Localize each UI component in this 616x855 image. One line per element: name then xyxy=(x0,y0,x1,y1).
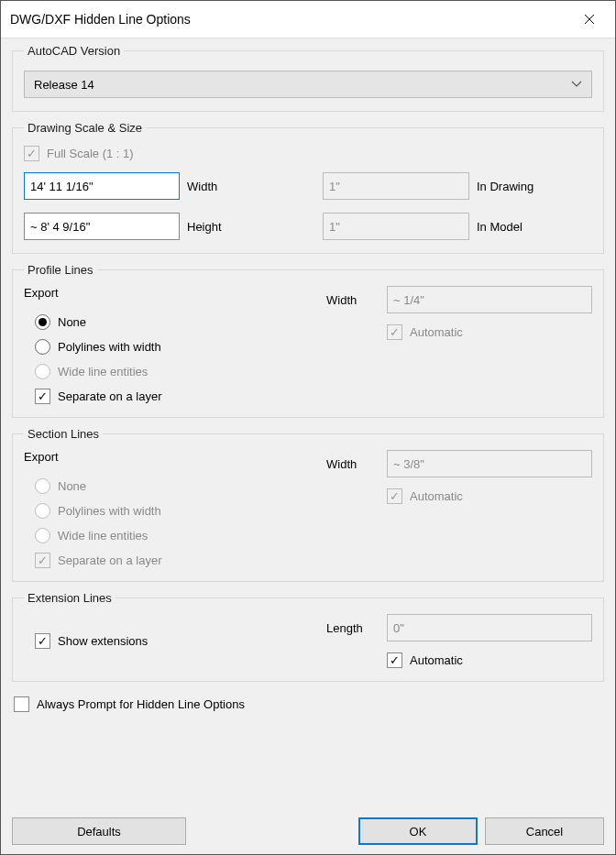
autocad-version-group: AutoCAD Version Release 14 xyxy=(12,44,604,112)
section-wideline-label: Wide line entities xyxy=(58,529,148,543)
section-automatic-checkbox: ✓ xyxy=(387,488,402,504)
section-lines-legend: Section Lines xyxy=(24,427,103,441)
profile-separate-label: Separate on a layer xyxy=(58,389,161,403)
profile-width-input: ~ 1/4" xyxy=(387,286,592,313)
drawing-scale-legend: Drawing Scale & Size xyxy=(24,121,146,135)
section-separate-label: Separate on a layer xyxy=(58,554,161,567)
in-model-input: 1" xyxy=(323,213,469,240)
section-separate-checkbox: ✓ xyxy=(35,553,50,568)
extension-length-label: Length xyxy=(326,621,378,635)
show-extensions-checkbox[interactable]: ✓ xyxy=(35,633,50,649)
extension-automatic-checkbox[interactable]: ✓ xyxy=(387,652,402,668)
profile-automatic-label: Automatic xyxy=(410,325,463,339)
section-wideline-radio xyxy=(35,528,50,543)
window-title: DWG/DXF Hidden Line Options xyxy=(10,12,191,27)
close-button[interactable] xyxy=(573,8,606,30)
autocad-version-legend: AutoCAD Version xyxy=(24,44,124,58)
section-automatic-label: Automatic xyxy=(410,489,463,503)
section-export-label: Export xyxy=(24,450,290,464)
show-extensions-label: Show extensions xyxy=(58,634,148,648)
profile-none-label: None xyxy=(58,315,86,329)
chevron-down-icon xyxy=(571,79,582,90)
extension-lines-group: Extension Lines ✓ Show extensions Length… xyxy=(12,591,604,682)
profile-wideline-label: Wide line entities xyxy=(58,365,148,378)
autocad-version-value: Release 14 xyxy=(34,78,94,92)
section-width-input: ~ 3/8" xyxy=(387,450,592,477)
autocad-version-select[interactable]: Release 14 xyxy=(24,71,592,98)
in-drawing-label: In Drawing xyxy=(477,180,587,193)
dialog-content: AutoCAD Version Release 14 Drawing Scale… xyxy=(1,38,615,854)
section-polylines-radio xyxy=(35,503,50,519)
in-drawing-input: 1" xyxy=(323,172,469,200)
always-prompt-label: Always Prompt for Hidden Line Options xyxy=(37,697,245,711)
full-scale-checkbox: ✓ xyxy=(24,146,39,161)
drawing-scale-group: Drawing Scale & Size ✓ Full Scale (1 : 1… xyxy=(12,121,604,254)
section-polylines-label: Polylines with width xyxy=(58,504,161,518)
section-none-radio xyxy=(35,478,50,494)
button-bar: Defaults OK Cancel xyxy=(12,810,604,845)
profile-width-label: Width xyxy=(326,293,378,307)
height-input[interactable]: ~ 8' 4 9/16" xyxy=(24,213,180,240)
profile-lines-group: Profile Lines Export None Polylines with… xyxy=(12,263,604,418)
profile-polylines-radio[interactable] xyxy=(35,339,50,355)
profile-automatic-checkbox: ✓ xyxy=(387,324,402,340)
section-lines-group: Section Lines Export None Polylines with… xyxy=(12,427,604,582)
profile-export-label: Export xyxy=(24,286,290,300)
defaults-button[interactable]: Defaults xyxy=(12,817,186,845)
full-scale-label: Full Scale (1 : 1) xyxy=(47,147,134,160)
profile-separate-checkbox[interactable]: ✓ xyxy=(35,389,50,404)
profile-wideline-radio xyxy=(35,364,50,379)
width-label: Width xyxy=(187,180,315,193)
ok-button[interactable]: OK xyxy=(358,817,478,845)
section-width-label: Width xyxy=(326,457,378,471)
profile-lines-legend: Profile Lines xyxy=(24,263,97,277)
always-prompt-checkbox[interactable] xyxy=(14,696,29,712)
width-input[interactable]: 14' 11 1/16" xyxy=(24,172,180,200)
extension-lines-legend: Extension Lines xyxy=(24,591,116,605)
profile-none-radio[interactable] xyxy=(35,314,50,330)
cancel-button[interactable]: Cancel xyxy=(485,817,604,845)
extension-automatic-label: Automatic xyxy=(410,653,463,667)
in-model-label: In Model xyxy=(477,220,587,234)
titlebar: DWG/DXF Hidden Line Options xyxy=(1,1,615,38)
section-none-label: None xyxy=(58,479,86,493)
profile-polylines-label: Polylines with width xyxy=(58,340,161,354)
extension-length-input: 0" xyxy=(387,614,592,641)
height-label: Height xyxy=(187,220,315,234)
